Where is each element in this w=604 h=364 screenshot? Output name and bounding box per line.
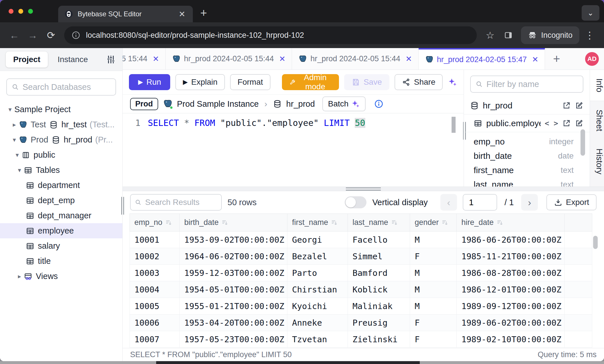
cell[interactable]: F <box>410 248 457 265</box>
minimize-window-button[interactable] <box>18 9 23 14</box>
edit-icon[interactable] <box>575 101 583 110</box>
column-header[interactable]: gender <box>410 214 457 232</box>
filter-settings-icon[interactable] <box>105 54 117 65</box>
tab-instance[interactable]: Instance <box>50 52 95 68</box>
cell[interactable]: F <box>410 331 457 348</box>
results-search-input[interactable] <box>145 198 217 207</box>
page-number-input[interactable] <box>463 194 497 211</box>
sort-icon[interactable] <box>221 219 228 226</box>
back-icon[interactable]: ← <box>6 27 22 43</box>
sort-icon[interactable] <box>497 219 503 226</box>
results-search[interactable] <box>130 194 222 211</box>
sidebar-resize-handle[interactable] <box>121 197 124 215</box>
tree-item-title[interactable]: title <box>0 254 122 269</box>
cell[interactable]: Bamford <box>348 265 410 281</box>
caret-down-icon[interactable]: ▾ <box>6 106 14 113</box>
results-divider[interactable] <box>123 187 604 191</box>
cell[interactable]: 1955-01-21T00:00:00Z <box>180 298 287 314</box>
tree-item-hr-prod[interactable]: ▾Prodhr_prod(Pr... <box>0 132 122 147</box>
tree-item-dept-manager[interactable]: dept_manager <box>0 208 122 223</box>
column-row[interactable]: last_nametext <box>464 177 590 187</box>
new-sheet-button[interactable]: + <box>545 48 566 70</box>
ai-sparkle-icon[interactable] <box>448 76 457 88</box>
schema-filter[interactable] <box>470 76 583 93</box>
cell[interactable]: 1953-04-20T00:00:00Z <box>180 314 287 331</box>
admin-mode-button[interactable]: Admin mode <box>282 74 339 90</box>
cell[interactable]: F <box>410 314 457 331</box>
next-page-button[interactable]: › <box>521 194 538 211</box>
editor-tab[interactable]: hr_prod 2024-02-05 15:44✕ <box>292 48 418 70</box>
format-button[interactable]: Format <box>230 74 270 90</box>
cell[interactable]: 10006 <box>130 314 180 331</box>
cell[interactable]: 1986-08-28T00:00:00Z <box>457 265 565 281</box>
sort-icon[interactable] <box>331 219 338 226</box>
editor-tab[interactable]: hr_prod 2024-02-05 15:47✕ <box>419 48 545 70</box>
tab-search-button[interactable]: ⌄ <box>582 5 599 21</box>
database-search[interactable] <box>6 78 116 96</box>
column-header[interactable]: birth_date <box>180 214 287 232</box>
close-tab-icon[interactable]: ✕ <box>177 9 187 19</box>
run-button[interactable]: ▶Run <box>129 74 170 90</box>
sort-icon[interactable] <box>391 219 398 226</box>
new-tab-button[interactable]: + <box>193 6 207 22</box>
cell[interactable]: M <box>410 265 457 281</box>
caret-right-icon[interactable]: ▸ <box>15 273 24 280</box>
cell[interactable]: 10005 <box>130 298 180 314</box>
cell[interactable]: Georgi <box>287 232 348 248</box>
forward-icon[interactable]: → <box>25 27 41 43</box>
database-name[interactable]: hr_prod <box>286 99 315 109</box>
schema-filter-input[interactable] <box>487 80 578 89</box>
address-bar[interactable]: localhost:8080/sql-editor/prod-sample-in… <box>64 26 477 44</box>
cell[interactable]: 10001 <box>130 232 180 248</box>
side-panel-icon[interactable] <box>500 27 516 43</box>
tree-item-dept-emp[interactable]: dept_emp <box>0 193 122 208</box>
tree-item-department[interactable]: department <box>0 178 122 193</box>
database-search-input[interactable] <box>23 82 111 92</box>
save-button[interactable]: Save <box>344 74 389 90</box>
instance-name[interactable]: Prod Sample Instance <box>177 99 259 109</box>
panel-scrollbar[interactable] <box>581 129 585 156</box>
cell[interactable]: 1986-12-01T00:00:00Z <box>457 281 565 298</box>
close-tab-icon[interactable]: ✕ <box>279 54 286 64</box>
caret-down-icon[interactable]: ▾ <box>10 136 19 144</box>
avatar[interactable]: AD <box>585 52 599 66</box>
explain-button[interactable]: ▶Explain <box>175 74 225 90</box>
cell[interactable]: 1959-12-03T00:00:00Z <box>180 265 287 281</box>
close-tab-icon[interactable]: ✕ <box>405 54 412 64</box>
cell[interactable]: 10007 <box>130 331 180 348</box>
tree-item-public[interactable]: ▾public <box>0 147 122 163</box>
close-window-button[interactable] <box>9 9 13 14</box>
column-header[interactable]: last_name <box>348 214 410 232</box>
export-button[interactable]: Export <box>546 194 597 210</box>
cell[interactable]: 10003 <box>130 265 180 281</box>
column-header[interactable]: emp_no <box>130 214 180 232</box>
cell[interactable]: M <box>410 232 457 248</box>
caret-right-icon[interactable]: ▸ <box>10 121 19 128</box>
cell[interactable]: 1964-06-02T00:00:00Z <box>180 248 287 265</box>
share-button[interactable]: Share <box>395 74 443 90</box>
cell[interactable]: 1957-05-23T00:00:00Z <box>180 331 287 348</box>
column-header[interactable]: first_name <box>287 214 348 232</box>
tree-item-hr-test[interactable]: ▸Testhr_test(Test... <box>0 117 122 132</box>
cell[interactable]: Anneke <box>287 314 348 331</box>
open-external-icon[interactable] <box>562 101 571 110</box>
close-tab-icon[interactable]: ✕ <box>152 54 159 64</box>
rail-tab-history[interactable]: History <box>590 140 604 183</box>
bookmark-star-icon[interactable]: ☆ <box>482 27 498 43</box>
cell[interactable]: 1989-02-10T00:00:00Z <box>457 331 565 348</box>
cell[interactable]: 1986-06-26T00:00:00Z <box>457 232 565 248</box>
vertical-display-toggle[interactable] <box>345 196 366 208</box>
editor-scrollbar[interactable] <box>452 117 456 133</box>
reload-icon[interactable]: ⟳ <box>43 27 59 43</box>
tree-item-employee[interactable]: employee <box>0 223 122 238</box>
column-row[interactable]: birth_datedate <box>464 149 590 163</box>
cell[interactable]: M <box>410 281 457 298</box>
results-scrollbar[interactable] <box>593 236 598 249</box>
database-row[interactable]: hr_prod <box>464 97 590 114</box>
table-row-entry[interactable]: public.employee < > <box>464 114 590 132</box>
open-external-icon[interactable] <box>562 119 571 128</box>
rail-tab-info[interactable]: Info <box>590 70 604 101</box>
sql-editor[interactable]: 1 SELECT * FROM "public"."employee" LIMI… <box>123 113 464 187</box>
cell[interactable]: Kyoichi <box>287 298 348 314</box>
cell[interactable]: Preusig <box>348 314 410 331</box>
